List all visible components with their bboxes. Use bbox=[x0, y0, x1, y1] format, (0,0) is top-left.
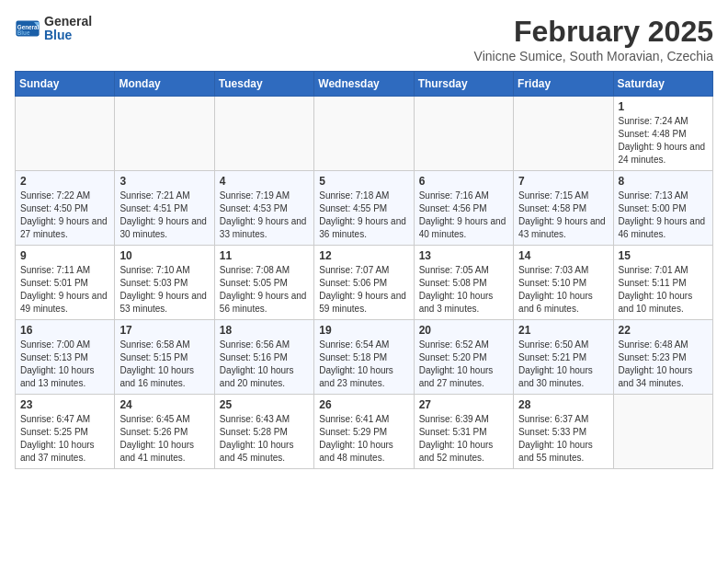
calendar-cell: 21Sunrise: 6:50 AM Sunset: 5:21 PM Dayli… bbox=[514, 320, 613, 395]
day-number: 26 bbox=[319, 398, 408, 411]
calendar-cell: 13Sunrise: 7:05 AM Sunset: 5:08 PM Dayli… bbox=[414, 246, 513, 320]
calendar-cell: 20Sunrise: 6:52 AM Sunset: 5:20 PM Dayli… bbox=[414, 320, 513, 395]
day-info: Sunrise: 7:19 AM Sunset: 4:53 PM Dayligh… bbox=[220, 190, 309, 241]
weekday-header-thursday: Thursday bbox=[414, 72, 513, 97]
weekday-header-saturday: Saturday bbox=[613, 72, 712, 97]
svg-text:Blue: Blue bbox=[17, 29, 30, 36]
day-number: 27 bbox=[419, 398, 508, 411]
day-info: Sunrise: 6:54 AM Sunset: 5:18 PM Dayligh… bbox=[319, 339, 408, 390]
day-number: 9 bbox=[20, 249, 109, 262]
calendar-cell: 8Sunrise: 7:13 AM Sunset: 5:00 PM Daylig… bbox=[613, 171, 712, 246]
day-info: Sunrise: 7:16 AM Sunset: 4:56 PM Dayligh… bbox=[419, 190, 508, 241]
weekday-header-friday: Friday bbox=[514, 72, 613, 97]
calendar-cell bbox=[613, 395, 712, 469]
day-number: 23 bbox=[20, 398, 109, 411]
calendar-cell: 28Sunrise: 6:37 AM Sunset: 5:33 PM Dayli… bbox=[514, 395, 613, 469]
day-number: 24 bbox=[119, 398, 209, 411]
calendar-cell: 1Sunrise: 7:24 AM Sunset: 4:48 PM Daylig… bbox=[613, 97, 712, 171]
day-number: 28 bbox=[518, 398, 608, 411]
day-number: 4 bbox=[220, 175, 309, 188]
calendar-cell: 9Sunrise: 7:11 AM Sunset: 5:01 PM Daylig… bbox=[16, 246, 115, 320]
day-number: 13 bbox=[419, 249, 508, 262]
calendar-cell: 25Sunrise: 6:43 AM Sunset: 5:28 PM Dayli… bbox=[214, 395, 313, 469]
day-number: 21 bbox=[518, 324, 608, 337]
day-number: 6 bbox=[419, 175, 508, 188]
day-info: Sunrise: 6:37 AM Sunset: 5:33 PM Dayligh… bbox=[518, 413, 608, 465]
day-info: Sunrise: 7:15 AM Sunset: 4:58 PM Dayligh… bbox=[518, 190, 608, 241]
day-info: Sunrise: 7:21 AM Sunset: 4:51 PM Dayligh… bbox=[119, 190, 209, 241]
calendar-cell bbox=[414, 97, 513, 171]
location-subtitle: Vinicne Sumice, South Moravian, Czechia bbox=[474, 49, 713, 63]
calendar-week-row: 9Sunrise: 7:11 AM Sunset: 5:01 PM Daylig… bbox=[16, 246, 713, 320]
month-title: February 2025 bbox=[474, 15, 713, 49]
day-number: 14 bbox=[518, 249, 608, 262]
calendar-week-row: 2Sunrise: 7:22 AM Sunset: 4:50 PM Daylig… bbox=[16, 171, 713, 246]
day-info: Sunrise: 6:45 AM Sunset: 5:26 PM Dayligh… bbox=[119, 413, 209, 465]
day-info: Sunrise: 6:47 AM Sunset: 5:25 PM Dayligh… bbox=[20, 413, 109, 465]
day-info: Sunrise: 7:11 AM Sunset: 5:01 PM Dayligh… bbox=[20, 264, 109, 316]
day-info: Sunrise: 7:18 AM Sunset: 4:55 PM Dayligh… bbox=[319, 190, 408, 241]
title-area: February 2025 Vinicne Sumice, South Mora… bbox=[474, 15, 713, 63]
day-info: Sunrise: 7:08 AM Sunset: 5:05 PM Dayligh… bbox=[220, 264, 309, 316]
calendar-cell: 5Sunrise: 7:18 AM Sunset: 4:55 PM Daylig… bbox=[314, 171, 414, 246]
day-number: 18 bbox=[220, 324, 309, 337]
day-number: 5 bbox=[319, 175, 408, 188]
day-info: Sunrise: 7:00 AM Sunset: 5:13 PM Dayligh… bbox=[20, 339, 109, 390]
calendar-cell bbox=[115, 97, 214, 171]
calendar-cell: 17Sunrise: 6:58 AM Sunset: 5:15 PM Dayli… bbox=[115, 320, 214, 395]
day-number: 7 bbox=[518, 175, 608, 188]
day-info: Sunrise: 7:01 AM Sunset: 5:11 PM Dayligh… bbox=[619, 264, 708, 316]
calendar-cell: 11Sunrise: 7:08 AM Sunset: 5:05 PM Dayli… bbox=[214, 246, 313, 320]
calendar-cell bbox=[16, 97, 115, 171]
weekday-header-monday: Monday bbox=[115, 72, 214, 97]
day-number: 2 bbox=[20, 175, 109, 188]
calendar-cell: 27Sunrise: 6:39 AM Sunset: 5:31 PM Dayli… bbox=[414, 395, 513, 469]
logo-general: General bbox=[44, 15, 92, 29]
calendar-cell: 18Sunrise: 6:56 AM Sunset: 5:16 PM Dayli… bbox=[214, 320, 313, 395]
day-info: Sunrise: 6:52 AM Sunset: 5:20 PM Dayligh… bbox=[419, 339, 508, 390]
calendar-cell: 3Sunrise: 7:21 AM Sunset: 4:51 PM Daylig… bbox=[115, 171, 214, 246]
calendar-cell: 6Sunrise: 7:16 AM Sunset: 4:56 PM Daylig… bbox=[414, 171, 513, 246]
day-info: Sunrise: 7:07 AM Sunset: 5:06 PM Dayligh… bbox=[319, 264, 408, 316]
day-info: Sunrise: 6:39 AM Sunset: 5:31 PM Dayligh… bbox=[419, 413, 508, 465]
day-number: 25 bbox=[220, 398, 309, 411]
day-info: Sunrise: 7:13 AM Sunset: 5:00 PM Dayligh… bbox=[619, 190, 708, 241]
day-info: Sunrise: 7:10 AM Sunset: 5:03 PM Dayligh… bbox=[119, 264, 209, 316]
day-info: Sunrise: 7:24 AM Sunset: 4:48 PM Dayligh… bbox=[619, 115, 708, 167]
day-info: Sunrise: 6:58 AM Sunset: 5:15 PM Dayligh… bbox=[119, 339, 209, 390]
day-number: 15 bbox=[619, 249, 708, 262]
weekday-header-row: SundayMondayTuesdayWednesdayThursdayFrid… bbox=[16, 72, 713, 97]
day-info: Sunrise: 6:41 AM Sunset: 5:29 PM Dayligh… bbox=[319, 413, 408, 465]
logo: General Blue General Blue bbox=[15, 15, 92, 43]
logo-icon: General Blue bbox=[15, 16, 40, 41]
calendar-table: SundayMondayTuesdayWednesdayThursdayFrid… bbox=[15, 71, 713, 469]
calendar-cell: 19Sunrise: 6:54 AM Sunset: 5:18 PM Dayli… bbox=[314, 320, 414, 395]
day-number: 12 bbox=[319, 249, 408, 262]
day-number: 3 bbox=[119, 175, 209, 188]
calendar-week-row: 23Sunrise: 6:47 AM Sunset: 5:25 PM Dayli… bbox=[16, 395, 713, 469]
day-number: 10 bbox=[119, 249, 209, 262]
calendar-cell: 22Sunrise: 6:48 AM Sunset: 5:23 PM Dayli… bbox=[613, 320, 712, 395]
calendar-cell: 16Sunrise: 7:00 AM Sunset: 5:13 PM Dayli… bbox=[16, 320, 115, 395]
day-info: Sunrise: 7:22 AM Sunset: 4:50 PM Dayligh… bbox=[20, 190, 109, 241]
calendar-cell bbox=[514, 97, 613, 171]
weekday-header-tuesday: Tuesday bbox=[214, 72, 313, 97]
calendar-cell: 7Sunrise: 7:15 AM Sunset: 4:58 PM Daylig… bbox=[514, 171, 613, 246]
day-number: 22 bbox=[619, 324, 708, 337]
calendar-cell bbox=[314, 97, 414, 171]
calendar-cell: 15Sunrise: 7:01 AM Sunset: 5:11 PM Dayli… bbox=[613, 246, 712, 320]
weekday-header-sunday: Sunday bbox=[16, 72, 115, 97]
logo-blue: Blue bbox=[44, 29, 92, 42]
weekday-header-wednesday: Wednesday bbox=[314, 72, 414, 97]
calendar-cell bbox=[214, 97, 313, 171]
calendar-cell: 23Sunrise: 6:47 AM Sunset: 5:25 PM Dayli… bbox=[16, 395, 115, 469]
day-info: Sunrise: 6:56 AM Sunset: 5:16 PM Dayligh… bbox=[220, 339, 309, 390]
calendar-cell: 2Sunrise: 7:22 AM Sunset: 4:50 PM Daylig… bbox=[16, 171, 115, 246]
day-info: Sunrise: 7:05 AM Sunset: 5:08 PM Dayligh… bbox=[419, 264, 508, 316]
day-number: 16 bbox=[20, 324, 109, 337]
day-number: 8 bbox=[619, 175, 708, 188]
header: General Blue General Blue February 2025 … bbox=[15, 15, 713, 63]
day-info: Sunrise: 6:50 AM Sunset: 5:21 PM Dayligh… bbox=[518, 339, 608, 390]
calendar-week-row: 1Sunrise: 7:24 AM Sunset: 4:48 PM Daylig… bbox=[16, 97, 713, 171]
day-info: Sunrise: 6:48 AM Sunset: 5:23 PM Dayligh… bbox=[619, 339, 708, 390]
